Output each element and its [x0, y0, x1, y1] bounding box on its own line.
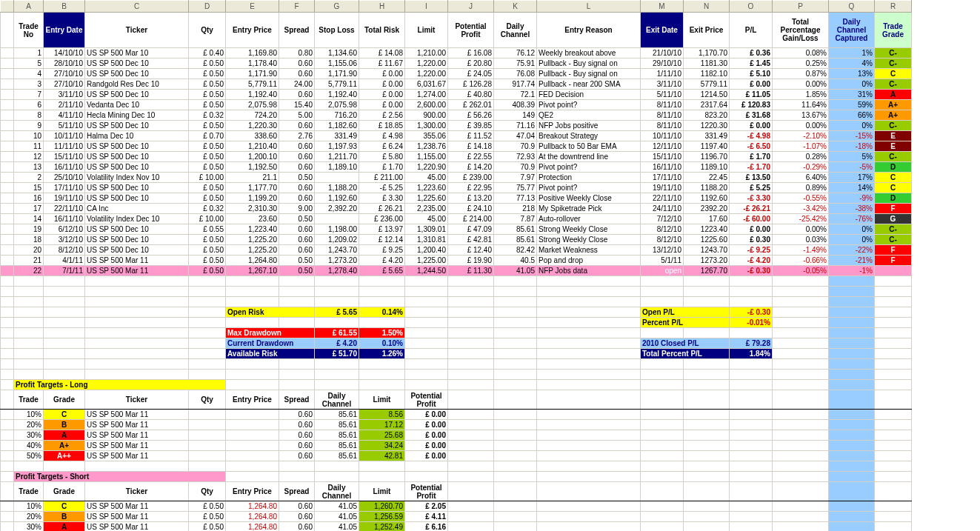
grade-cell[interactable]: F — [875, 256, 912, 266]
grade-cell[interactable]: C — [875, 173, 912, 183]
grade-cell[interactable]: A+ — [875, 100, 912, 110]
header-total-percentage-gain-loss[interactable]: Total Percentage Gain/Loss — [773, 13, 829, 48]
grade-cell[interactable]: F — [875, 204, 912, 214]
grade-cell[interactable]: C — [875, 69, 912, 79]
header-entry-date[interactable]: Entry Date — [44, 13, 85, 48]
header-limit[interactable]: Limit — [405, 13, 448, 48]
header-ticker[interactable]: Ticker — [85, 13, 189, 48]
grade-cell[interactable]: G — [875, 214, 912, 224]
header-total-risk[interactable]: Total Risk — [359, 13, 405, 48]
grade-cell[interactable]: E — [875, 141, 912, 152]
header-entry-price[interactable]: Entry Price — [226, 13, 279, 48]
header-exit-date[interactable]: Exit Date — [641, 13, 684, 48]
grade-cell[interactable]: C- — [875, 235, 912, 245]
grade-cell[interactable]: A — [875, 90, 912, 100]
grade-cell[interactable]: C- — [875, 79, 912, 90]
grade-cell[interactable]: C- — [875, 59, 912, 69]
header-entry-reason[interactable]: Entry Reason — [537, 13, 641, 48]
header-daily-channel[interactable]: Daily Channel — [494, 13, 537, 48]
grade-cell[interactable]: D — [875, 162, 912, 173]
header-spread[interactable]: Spread — [279, 13, 315, 48]
grade-cell[interactable]: C — [875, 183, 912, 193]
header-daily-channel-captured[interactable]: Daily Channel Captured — [829, 13, 875, 48]
header-p-l[interactable]: P/L — [730, 13, 773, 48]
grade-cell[interactable]: C- — [875, 224, 912, 235]
grade-cell[interactable]: A+ — [875, 110, 912, 121]
spreadsheet[interactable]: ABCDEFGHIJKLMNOPQRTrade NoEntry DateTick… — [0, 0, 912, 531]
header-potential-profit[interactable]: Potential Profit — [448, 13, 494, 48]
grade-cell[interactable]: C- — [875, 152, 912, 162]
header-stop-loss[interactable]: Stop Loss — [315, 13, 359, 48]
grade-cell[interactable]: E — [875, 131, 912, 141]
grade-cell[interactable]: C- — [875, 48, 912, 59]
grade-cell[interactable]: C- — [875, 121, 912, 131]
grade-cell[interactable]: D — [875, 193, 912, 204]
grade-cell[interactable]: F — [875, 245, 912, 256]
header-qty[interactable]: Qty — [189, 13, 226, 48]
header-trade-grade[interactable]: Trade Grade — [875, 13, 912, 48]
header-exit-price[interactable]: Exit Price — [684, 13, 730, 48]
header-trade-no[interactable]: Trade No — [14, 13, 44, 48]
